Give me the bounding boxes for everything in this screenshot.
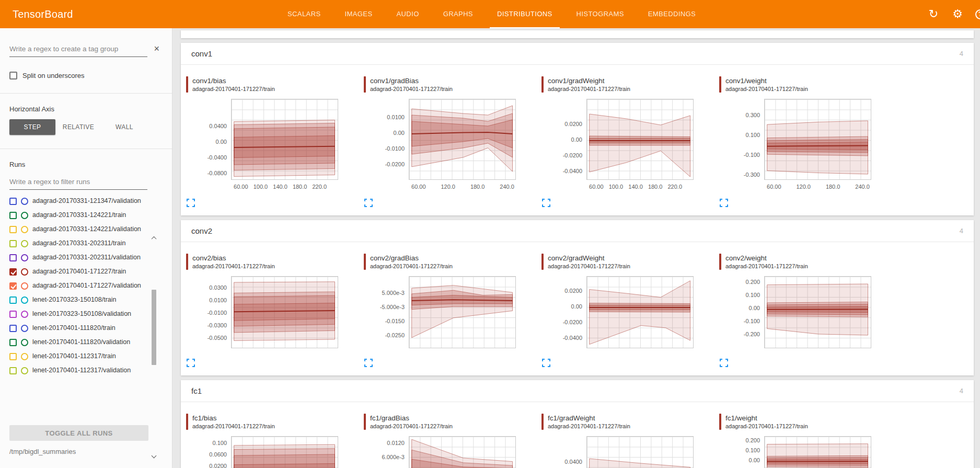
run-row[interactable]: adagrad-20170331-124221/train — [9, 208, 172, 222]
run-radio[interactable] — [21, 353, 28, 360]
chart-title-row: fc1/weight adagrad-20170401-171227/train — [719, 414, 896, 430]
x-tick-label: 240.0 — [850, 184, 875, 190]
expand-chart-icon[interactable] — [364, 359, 373, 367]
expand-chart-icon[interactable] — [542, 199, 550, 207]
run-radio[interactable] — [21, 198, 28, 205]
plot-area[interactable] — [231, 276, 338, 348]
run-row[interactable]: lenet-20170401-111820/train — [9, 321, 172, 335]
run-radio[interactable] — [21, 339, 28, 346]
run-checkbox[interactable] — [9, 339, 17, 346]
expand-chart-icon[interactable] — [542, 359, 550, 367]
scroll-up-icon[interactable] — [152, 236, 156, 241]
run-checkbox[interactable] — [9, 325, 17, 332]
tab-histograms[interactable]: HISTOGRAMS — [569, 0, 631, 28]
run-checkbox[interactable] — [9, 268, 17, 276]
tab-embeddings[interactable]: EMBEDDINGS — [641, 0, 703, 28]
run-label: lenet-20170323-150108/train — [32, 295, 143, 304]
run-checkbox[interactable] — [9, 198, 17, 205]
run-row[interactable]: lenet-20170323-150108/train — [9, 293, 172, 307]
settings-icon[interactable]: ⚙ — [951, 8, 964, 20]
run-row[interactable]: lenet-20170323-150108/validation — [9, 307, 172, 321]
tab-audio[interactable]: AUDIO — [389, 0, 426, 28]
sidebar: × Split on underscores Horizontal Axis S… — [0, 28, 172, 468]
scroll-down-icon[interactable] — [152, 454, 156, 458]
plot-area[interactable] — [586, 276, 694, 348]
close-icon[interactable]: × — [154, 44, 159, 53]
run-regex-input[interactable] — [9, 176, 147, 190]
run-row[interactable]: adagrad-20170331-202311/train — [9, 236, 172, 250]
tag-regex-input[interactable] — [9, 43, 147, 57]
help-icon[interactable]: ? — [975, 9, 980, 19]
tab-graphs[interactable]: GRAPHS — [436, 0, 480, 28]
axis-option-button[interactable]: RELATIVE — [55, 119, 101, 135]
run-row[interactable]: lenet-20170401-112317/validation — [9, 363, 172, 378]
run-row[interactable]: lenet-20170401-112317/train — [9, 349, 172, 363]
tab-images[interactable]: IMAGES — [338, 0, 380, 28]
run-radio[interactable] — [21, 367, 28, 374]
run-row[interactable]: lenet-20170401-111820/validation — [9, 335, 172, 349]
run-radio[interactable] — [21, 325, 28, 332]
run-radio[interactable] — [21, 311, 28, 318]
tag-group-header[interactable]: conv1 4 — [181, 43, 974, 65]
topbar-icons: ↻ ⚙ ? — [927, 0, 980, 28]
tab-distributions[interactable]: DISTRIBUTIONS — [490, 0, 560, 28]
plot-area[interactable] — [409, 276, 516, 348]
run-checkbox[interactable] — [9, 296, 17, 304]
charts-row: conv2/bias adagrad-20170401-171227/train… — [181, 242, 974, 375]
scrollbar-thumb[interactable] — [152, 290, 156, 365]
plot-area[interactable] — [409, 99, 516, 180]
expand-chart-icon[interactable] — [720, 359, 728, 367]
plot-area[interactable] — [231, 99, 338, 180]
toggle-all-runs-button[interactable]: TOGGLE ALL RUNS — [9, 425, 148, 441]
run-checkbox[interactable] — [9, 226, 17, 233]
run-checkbox[interactable] — [9, 254, 17, 261]
axis-option-button[interactable]: STEP — [9, 119, 55, 135]
plot-area[interactable] — [586, 436, 694, 468]
chart-title: conv1/bias — [192, 76, 275, 85]
run-row[interactable]: adagrad-20170331-121347/validation — [9, 194, 172, 208]
run-radio[interactable] — [21, 226, 28, 233]
run-checkbox[interactable] — [9, 240, 17, 247]
expand-chart-icon[interactable] — [720, 199, 728, 207]
x-tick-label: 240.0 — [494, 184, 520, 190]
plot-row: 0.01000.00-0.0100-0.020060.00120.0180.02… — [363, 99, 540, 196]
run-label: adagrad-20170331-202311/validation — [32, 253, 143, 262]
run-row[interactable]: adagrad-20170401-171227/train — [9, 265, 172, 279]
split-underscores-checkbox[interactable]: Split on underscores — [9, 72, 156, 79]
tag-group-header[interactable]: fc1 4 — [181, 380, 974, 402]
run-radio[interactable] — [21, 254, 28, 261]
y-tick-label: 0.100 — [718, 292, 760, 298]
axis-option-button[interactable]: WALL — [101, 119, 147, 135]
run-radio[interactable] — [21, 268, 28, 276]
chart-title: conv1/gradBias — [370, 76, 453, 85]
plot-area[interactable] — [231, 436, 338, 468]
charts-row: conv1/bias adagrad-20170401-171227/train… — [181, 65, 974, 215]
expand-chart-icon[interactable] — [187, 199, 195, 207]
plot-area[interactable] — [764, 99, 871, 180]
run-radio[interactable] — [21, 282, 28, 290]
distribution-chart: conv2/gradWeight adagrad-20170401-171227… — [540, 246, 718, 369]
tab-scalars[interactable]: SCALARS — [280, 0, 328, 28]
checkbox-icon[interactable] — [9, 72, 17, 79]
run-row[interactable]: adagrad-20170331-124221/validation — [9, 222, 172, 236]
expand-chart-icon[interactable] — [187, 359, 195, 367]
plot-area[interactable] — [409, 436, 516, 468]
run-radio[interactable] — [21, 240, 28, 247]
refresh-icon[interactable]: ↻ — [927, 8, 940, 20]
y-tick-label: 0.100 — [718, 132, 760, 138]
run-checkbox[interactable] — [9, 311, 17, 318]
run-checkbox[interactable] — [9, 367, 17, 374]
chart-title: conv1/weight — [725, 76, 808, 85]
run-radio[interactable] — [21, 296, 28, 304]
run-checkbox[interactable] — [9, 212, 17, 219]
run-checkbox[interactable] — [9, 282, 17, 290]
plot-area[interactable] — [586, 99, 694, 180]
run-row[interactable]: adagrad-20170331-202311/validation — [9, 250, 172, 265]
plot-area[interactable] — [764, 276, 871, 348]
plot-area[interactable] — [764, 436, 871, 468]
expand-chart-icon[interactable] — [364, 199, 373, 207]
run-radio[interactable] — [21, 212, 28, 219]
run-row[interactable]: adagrad-20170401-171227/validation — [9, 279, 172, 293]
run-checkbox[interactable] — [9, 353, 17, 360]
tag-group-header[interactable]: conv2 4 — [181, 220, 974, 242]
